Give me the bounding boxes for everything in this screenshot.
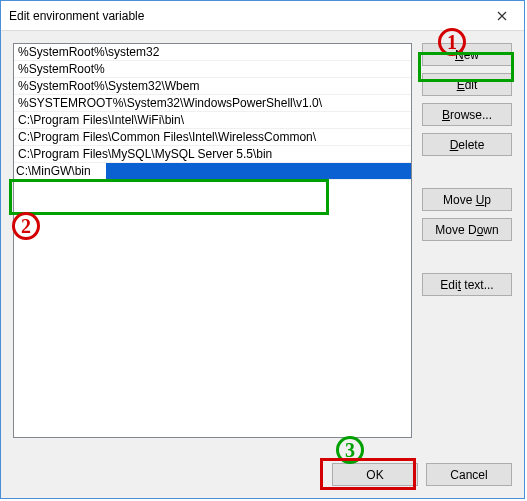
new-button-hotkey: N (455, 48, 464, 62)
close-icon (497, 11, 507, 21)
side-button-column: New Edit Browse... Delete Move Up Move D… (422, 43, 512, 451)
delete-button-rest: elete (458, 138, 484, 152)
list-item[interactable]: %SystemRoot%\System32\Wbem (14, 78, 411, 95)
path-listbox[interactable]: %SystemRoot%\system32 %SystemRoot% %Syst… (13, 43, 412, 438)
delete-button[interactable]: Delete (422, 133, 512, 156)
ok-button[interactable]: OK (332, 463, 418, 486)
new-button-rest: ew (464, 48, 479, 62)
move-down-button-pre: Move D (435, 223, 476, 237)
dialog-footer: OK Cancel (1, 451, 524, 498)
close-button[interactable] (479, 1, 524, 30)
new-button[interactable]: New (422, 43, 512, 66)
edit-text-button-pre: Edi (440, 278, 457, 292)
edit-button-hotkey: E (457, 78, 465, 92)
edit-text-button[interactable]: Edit text... (422, 273, 512, 296)
dialog-window: Edit environment variable %SystemRoot%\s… (0, 0, 525, 499)
dialog-body: %SystemRoot%\system32 %SystemRoot% %Syst… (1, 31, 524, 451)
move-up-button-pre: Move (443, 193, 476, 207)
edit-button-rest: dit (465, 78, 478, 92)
move-down-button-rest: wn (483, 223, 498, 237)
move-down-button[interactable]: Move Down (422, 218, 512, 241)
list-item[interactable]: C:\Program Files\Intel\WiFi\bin\ (14, 112, 411, 129)
browse-button-rest: rowse... (450, 108, 492, 122)
titlebar: Edit environment variable (1, 1, 524, 31)
list-item[interactable]: C:\Program Files\Common Files\Intel\Wire… (14, 129, 411, 146)
browse-button-hotkey: B (442, 108, 450, 122)
dialog-title: Edit environment variable (9, 9, 479, 23)
edit-text-button-rest: text... (461, 278, 494, 292)
list-item-editing[interactable] (14, 163, 411, 180)
move-up-button[interactable]: Move Up (422, 188, 512, 211)
cancel-button[interactable]: Cancel (426, 463, 512, 486)
path-edit-input[interactable] (14, 163, 106, 180)
list-item[interactable]: %SystemRoot% (14, 61, 411, 78)
list-item[interactable]: %SYSTEMROOT%\System32\WindowsPowerShell\… (14, 95, 411, 112)
edit-button[interactable]: Edit (422, 73, 512, 96)
browse-button[interactable]: Browse... (422, 103, 512, 126)
move-up-button-rest: p (484, 193, 491, 207)
delete-button-hotkey: D (450, 138, 459, 152)
list-item[interactable]: %SystemRoot%\system32 (14, 44, 411, 61)
list-item[interactable]: C:\Program Files\MySQL\MySQL Server 5.5\… (14, 146, 411, 163)
